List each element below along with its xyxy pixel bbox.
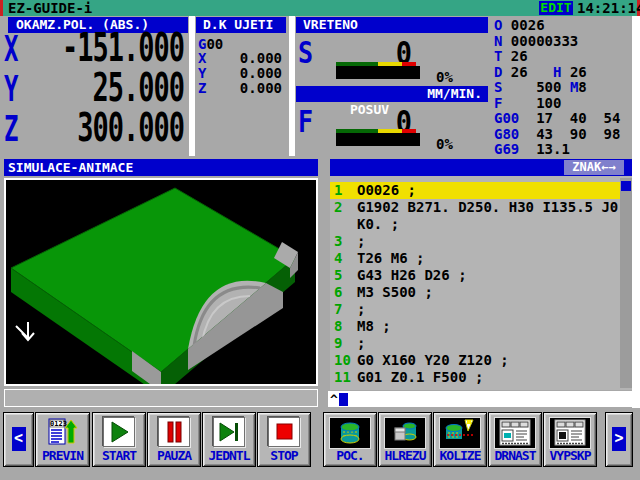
program-line[interactable]: 2G1902 B271. D250. H30 I135.5 J0. [330, 199, 618, 216]
status-row: O 0026 [494, 18, 632, 34]
spindle-address: S [298, 35, 313, 70]
status-row: G00 17 40 54 [494, 111, 632, 127]
program-line[interactable]: 9; [330, 335, 618, 352]
softkey-label: START [93, 448, 145, 463]
right-arrow-icon: > [612, 427, 626, 451]
program-line[interactable]: 3; [330, 233, 618, 250]
modal-value: 500 [502, 79, 569, 95]
axis-value: -151.000 [62, 25, 184, 70]
panel-divider [189, 16, 195, 156]
axis-row-z: Z 300.000 [2, 113, 186, 153]
simulation-status-strip [4, 389, 318, 407]
feed-title-text: POSUV [350, 102, 389, 117]
workpiece-3d-view [6, 180, 316, 384]
program-line[interactable]: 10G0 X160 Y20 Z120 ; [330, 352, 618, 369]
program-line[interactable]: 7; [330, 301, 618, 318]
softkey-label: HLREZU [379, 448, 431, 463]
workpiece-blank-icon [329, 417, 371, 449]
left-edge-mark [0, 0, 3, 16]
text-cursor [339, 393, 348, 406]
feed-title: POSUV MM/MIN. [296, 86, 488, 102]
status-row: N 00000333 [494, 34, 632, 50]
modal-value: 100 [502, 95, 561, 111]
spindle-load-bar [336, 66, 420, 79]
app-title: EZ-GUIDE-i [8, 0, 92, 16]
program-listing[interactable]: 1O0026 ; 2G1902 B271. D250. H30 I135.5 J… [330, 176, 632, 390]
program-line[interactable]: 6M3 S500 ; [330, 284, 618, 301]
rough-cut-icon [384, 417, 426, 449]
program-line[interactable]: K0. ; [330, 216, 618, 233]
status-row: G69 13.1 [494, 142, 632, 158]
axis-label: Y [198, 66, 206, 81]
modal-value: 0026 [502, 17, 544, 33]
workpiece-top-face [11, 188, 295, 372]
softkey-pauza[interactable]: PAUZA [147, 412, 201, 467]
axis-value: 0.000 [240, 66, 282, 81]
softkey-label: DRNAST [489, 448, 541, 463]
spindle-load-percent: 0% [436, 69, 453, 85]
stop-icon [268, 417, 300, 447]
axis-label: X [4, 29, 18, 70]
softkey-label: STOP [258, 448, 310, 463]
clock: 14:21:14 [577, 0, 640, 16]
softkey-poc[interactable]: POC. [323, 412, 377, 467]
program-line[interactable]: 4T26 M6 ; [330, 250, 618, 267]
status-row: D 26 H 26 [494, 65, 632, 81]
line-text: G43 H26 D26 ; [357, 267, 467, 284]
step-icon [213, 417, 245, 447]
softkey-hlrezu[interactable]: HLREZU [378, 412, 432, 467]
absolute-position-panel: OKAMZ.POL. (ABS.) X -151.000 Y 25.000 Z … [2, 17, 188, 155]
modal-label: G00 [494, 110, 519, 126]
softkey-page-left[interactable]: < [3, 412, 34, 467]
softkey-drnast[interactable]: DRNAST [488, 412, 542, 467]
softkey-start[interactable]: START [92, 412, 146, 467]
axis-label: X [198, 51, 206, 66]
output-table-icon [549, 417, 591, 449]
mode-badge: EDIT [539, 1, 573, 15]
softkey-label: JEDNTL [203, 448, 255, 463]
softkey-jedntl[interactable]: JEDNTL [202, 412, 256, 467]
line-number: 11 [334, 369, 351, 386]
mdi-input-field[interactable]: ^ [328, 391, 632, 407]
cnc-screen: EZ-GUIDE-i EDIT 14:21:14 OKAMZ.POL. (ABS… [0, 0, 640, 480]
line-text: ; [357, 233, 365, 250]
modal-value: 00000333 [502, 33, 578, 49]
status-row: G80 43 90 98 [494, 127, 632, 143]
program-line[interactable]: 5G43 H26 D26 ; [330, 267, 618, 284]
modal-label: G80 [494, 126, 519, 142]
program-line[interactable]: 8M8 ; [330, 318, 618, 335]
modal-value: 43 90 98 [519, 126, 620, 142]
feed-load-percent: 0% [436, 136, 453, 152]
axis-row-x: X 0.000 [196, 51, 286, 66]
right-edge-strip [632, 16, 640, 408]
modal-status-panel: O 0026 N 00000333 T 26 D 26 H 26 S 500 M… [494, 18, 632, 156]
program-line-selected[interactable]: 1O0026 ; [330, 182, 620, 199]
program-scrollbar[interactable] [620, 178, 632, 388]
line-text: G1902 B271. D250. H30 I135.5 J0. [357, 199, 627, 216]
char-mode-badge[interactable]: ZNAK←→ [564, 160, 624, 175]
line-number: 2 [334, 199, 342, 216]
softkey-previn[interactable]: 0123 PREVIN [35, 412, 90, 467]
document-rewind-icon: 0123 [47, 417, 79, 451]
softkey-stop[interactable]: STOP [257, 412, 311, 467]
softkey-vypskp[interactable]: VYPSKP [543, 412, 597, 467]
program-line[interactable]: 11G01 Z0.1 F500 ; [330, 369, 618, 386]
line-text: O0026 ; [357, 182, 416, 199]
scrollbar-thumb[interactable] [621, 181, 631, 191]
axis-row-y: Y 0.000 [196, 66, 286, 81]
program-header: O0026 ZNAK←→ [330, 159, 632, 176]
feed-unit: MM/MIN. [427, 86, 482, 102]
feed-load-bar [336, 133, 420, 146]
simulation-title: SIMULACE-ANIMACE [4, 159, 318, 176]
softkey-page-right[interactable]: > [605, 412, 633, 467]
status-row: S 500 M8 [494, 80, 632, 96]
pause-icon [158, 417, 190, 447]
line-number: 10 [334, 352, 351, 369]
softkey-label: KOLIZE [434, 448, 486, 463]
gcode-number: 00 [206, 36, 223, 52]
modal-value: 13.1 [519, 141, 570, 157]
input-caret: ^ [328, 392, 338, 407]
simulation-viewport [4, 178, 318, 386]
softkey-label: VYPSKP [544, 448, 596, 463]
softkey-kolize[interactable]: KOLIZE [433, 412, 487, 467]
